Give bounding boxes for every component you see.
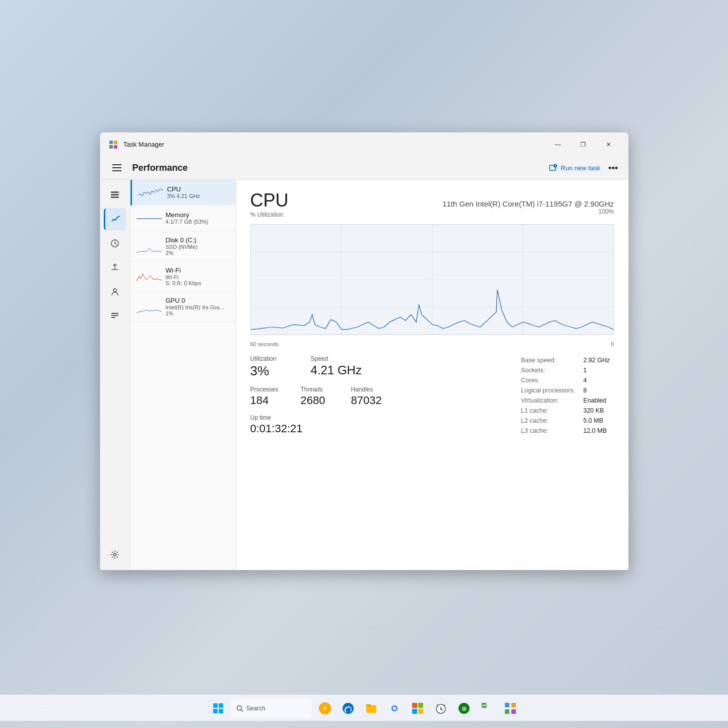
device-item-cpu[interactable]: CPU 3% 4.21 GHz	[130, 180, 236, 206]
chart-time-labels: 60 seconds 0	[250, 341, 614, 347]
section-title: Performance	[133, 163, 188, 173]
main-content: CPU 3% 4.21 GHz Memory 4.1	[100, 180, 628, 570]
cpu-main-title: CPU	[250, 190, 289, 211]
sidebar-item-settings[interactable]	[104, 544, 126, 566]
minimize-button[interactable]: —	[547, 137, 570, 153]
search-label: Search	[246, 705, 266, 712]
virtualization-label: Virtualization:	[521, 395, 583, 406]
wifi-device-detail: Wi-Fi	[166, 274, 230, 280]
cores-value: 4	[583, 375, 614, 385]
gpu-device-name: GPU 0	[166, 297, 230, 304]
memory-device-detail: 4.1/7.7 GB (53%)	[166, 219, 230, 225]
cpu-specs-table: Base speed: 2.92 GHz Sockets: 1 Cores: 4	[521, 355, 614, 436]
taskbar-magic-icon[interactable]: ✦	[315, 698, 335, 718]
detail-panel: CPU % Utilization 11th Gen Intel(R) Core…	[236, 180, 628, 570]
run-new-task-button[interactable]: Run new task	[549, 163, 601, 172]
startup-icon	[110, 262, 120, 273]
uptime-label: Up time	[250, 414, 521, 421]
sockets-label: Sockets:	[521, 365, 583, 375]
sidebar-item-history[interactable]	[104, 232, 126, 254]
taskbar-taskmanager2-icon[interactable]	[500, 698, 520, 718]
utilization-label: % Utilization	[250, 211, 289, 218]
device-item-disk[interactable]: Disk 0 (C:) SSD (NVMe) 2%	[130, 231, 236, 261]
windows-icon	[212, 702, 224, 714]
device-item-gpu[interactable]: GPU 0 Intel(R) Iris(R) Xe Gra... 1%	[130, 292, 236, 322]
menu-bar-right: Run new task •••	[549, 163, 618, 173]
speed-stat-label: Speed	[311, 355, 362, 362]
device-item-wifi[interactable]: Wi-Fi Wi-Fi S: 0 R: 0 Kbps	[130, 261, 236, 292]
device-item-memory[interactable]: Memory 4.1/7.7 GB (53%)	[130, 206, 236, 231]
close-button[interactable]: ✕	[597, 137, 620, 153]
taskbar-resource-icon[interactable]	[477, 698, 497, 718]
utilization-stat-value: 3%	[250, 363, 291, 379]
svg-rect-40	[418, 709, 423, 714]
spec-row-sockets: Sockets: 1	[521, 365, 614, 375]
hamburger-menu-icon[interactable]	[110, 160, 126, 176]
threads-stat-value: 2680	[301, 394, 341, 407]
more-options-button[interactable]: •••	[609, 163, 618, 173]
handles-stat-block: Handles 87032	[351, 386, 391, 407]
svg-rect-12	[111, 315, 118, 316]
sidebar-item-details[interactable]	[104, 305, 126, 327]
maximize-button[interactable]: ❐	[572, 137, 595, 153]
sidebar-item-users[interactable]	[104, 281, 126, 303]
spec-row-l3: L3 cache: 12.0 MB	[521, 426, 614, 436]
svg-text:⊕: ⊕	[461, 705, 467, 712]
menu-bar-left: Performance	[110, 160, 188, 176]
users-icon	[110, 287, 120, 297]
menu-bar: Performance Run new task •••	[100, 157, 628, 180]
threads-stat-block: Threads 2680	[301, 386, 341, 407]
svg-rect-2	[109, 145, 113, 149]
svg-rect-48	[511, 709, 516, 714]
svg-point-31	[343, 703, 354, 714]
bottom-stats: Utilization 3% Speed 4.21 GHz Proces	[250, 355, 614, 436]
logical-label: Logical processors:	[521, 385, 583, 395]
svg-text:✦: ✦	[322, 705, 327, 712]
utilization-stat-block: Utilization 3%	[250, 355, 291, 379]
sidebar-item-startup[interactable]	[104, 256, 126, 279]
spec-row-l2: L2 cache: 5.0 MB	[521, 416, 614, 426]
taskbar-edge-icon[interactable]	[338, 698, 358, 718]
xbox-icon: ⊕	[457, 702, 471, 715]
gpu-device-detail2: 1%	[166, 310, 230, 316]
spec-row-l1: L1 cache: 320 KB	[521, 406, 614, 416]
sidebar-icons	[100, 180, 130, 570]
taskbar: Search ✦	[0, 695, 728, 721]
cpu-device-detail: 3% 4.21 GHz	[167, 193, 230, 199]
title-bar-left: Task Manager	[108, 140, 165, 150]
left-stats: Utilization 3% Speed 4.21 GHz Proces	[250, 355, 521, 436]
chart-time-right: 0	[611, 341, 614, 347]
processes-stat-block: Processes 184	[250, 386, 291, 407]
taskbar-xbox-icon[interactable]: ⊕	[454, 698, 474, 718]
processes-stat-value: 184	[250, 394, 291, 407]
taskbar-microsoft-edge2[interactable]	[384, 698, 405, 718]
search-bar[interactable]: Search	[231, 698, 312, 718]
sidebar-item-performance[interactable]	[104, 208, 126, 230]
svg-point-10	[113, 289, 116, 292]
threads-stat-label: Threads	[301, 386, 341, 393]
taskbar-files-icon[interactable]	[361, 698, 381, 718]
alarm-icon	[434, 702, 447, 715]
svg-point-36	[393, 707, 396, 710]
run-new-task-label: Run new task	[561, 164, 601, 172]
sidebar-item-processes[interactable]	[104, 184, 126, 206]
disk-device-detail: SSD (NVMe)	[166, 244, 230, 250]
svg-rect-47	[505, 709, 509, 714]
cpu-chart	[250, 224, 614, 335]
cpu-device-name: CPU	[167, 185, 230, 193]
taskmanager-taskbar-icon	[504, 702, 517, 715]
utilization-stat-label: Utilization	[250, 355, 291, 362]
svg-rect-32	[366, 705, 376, 713]
stats-row-1: Utilization 3% Speed 4.21 GHz	[250, 355, 521, 379]
handles-stat-label: Handles	[351, 386, 391, 393]
taskbar-store-icon[interactable]	[408, 698, 428, 718]
search-icon	[236, 705, 243, 712]
disk-device-detail2: 2%	[166, 250, 230, 256]
start-button[interactable]	[208, 698, 228, 718]
taskbar-alarm-icon[interactable]	[431, 698, 451, 718]
wifi-mini-chart	[137, 269, 162, 284]
spec-row-logical: Logical processors: 8	[521, 385, 614, 395]
wifi-device-detail2: S: 0 R: 0 Kbps	[166, 280, 230, 286]
cores-label: Cores:	[521, 375, 583, 385]
chart-time-left: 60 seconds	[250, 341, 279, 347]
